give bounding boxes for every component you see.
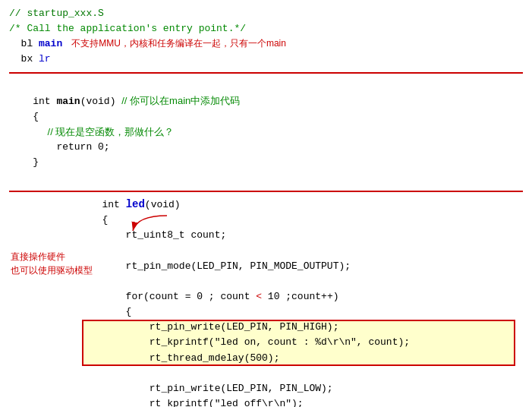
divider-2 [9,191,523,192]
left-annotation: 直接操作硬件 也可以使用驱动模型 [11,250,93,277]
line-main-func: int main(void) // 你可以在main中添加代码 [9,93,523,109]
highlight-section: rt_pin_write(LED_PIN, PIN_HIGH); rt_kpri… [9,320,523,365]
blank-line-2 [9,170,523,185]
line-mdelay1: rt_thread_mdelay(500); [9,351,523,366]
led-section: 直接操作硬件 也可以使用驱动模型 int led(void) { rt_uint… [9,197,523,407]
line-bx: bx lr [9,52,523,67]
line-pin-write-low: rt_pin_write(LED_PIN, PIN_LOW); [9,381,523,396]
line-main-comment: // 现在是空函数，那做什么？ [9,125,523,140]
line-pin-write-high: rt_pin_write(LED_PIN, PIN_HIGH); [9,320,523,335]
blank-line-1 [9,78,523,93]
divider-1 [9,72,523,74]
line-main-brace-open: { [9,109,523,125]
code-area: // startup_xxx.S /* Call the application… [0,0,532,407]
comment1-text: // startup_xxx.S [9,6,104,21]
line-comment1: // startup_xxx.S [9,6,523,21]
comment2-text: /* Call the application's entry point.*/ [9,21,246,36]
bx-text: bx lr [9,52,51,67]
line-bl-main: bl main 不支持MMU，内核和任务编译在一起，只有一个main [9,36,523,52]
line-main-brace-close: } [9,155,523,170]
main-func-text: int main(void) // 你可以在main中添加代码 [9,93,240,109]
line-kprintf-on: rt_kprintf("led on, count : %d\r\n", cou… [9,335,523,350]
line-main-return: return 0; [9,140,523,155]
bl-text: bl main [9,36,62,52]
blank-line-5 [9,366,523,381]
line-comment2: /* Call the application's entry point.*/ [9,21,523,36]
line-rt-uint: rt_uint8_t count; [9,228,523,243]
line-for-brace: { [9,304,523,320]
bl-annotation: 不支持MMU，内核和任务编译在一起，只有一个main [71,36,286,51]
line-kprintf-off: rt_kprintf("led off\r\n"); [9,396,523,407]
line-led-func: int led(void) [9,197,523,213]
line-for: for(count = 0 ; count < 10 ;count++) [9,289,523,304]
left-annotation-line2: 也可以使用驱动模型 [11,263,93,277]
line-led-brace-open: { [9,213,523,228]
left-annotation-line1: 直接操作硬件 [11,250,93,263]
